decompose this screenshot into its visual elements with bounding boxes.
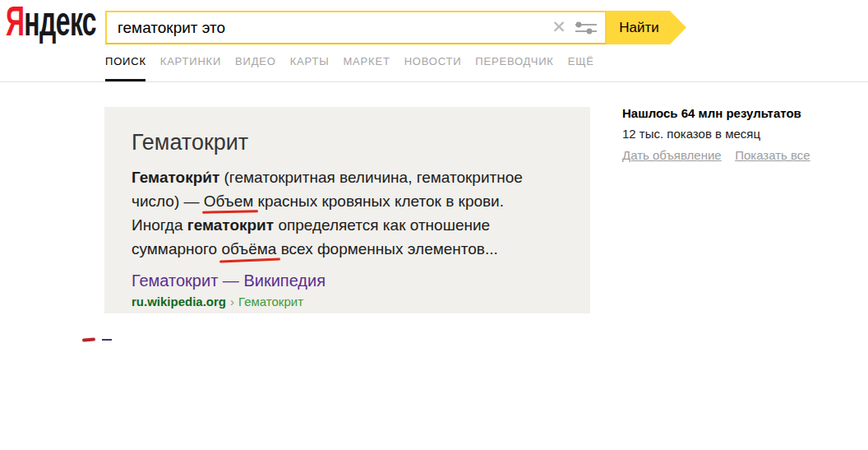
- service-tabs: ПОИСК КАРТИНКИ ВИДЕО КАРТЫ МАРКЕТ НОВОСТ…: [105, 55, 608, 67]
- tab-maps[interactable]: КАРТЫ: [290, 55, 330, 67]
- clear-query-icon[interactable]: ✕: [548, 16, 570, 38]
- breadcrumb: ru.wikipedia.org›Гематокрит: [132, 295, 557, 309]
- place-ad-link[interactable]: Дать объявление: [622, 148, 722, 162]
- cutoff-fragment-red: [82, 337, 95, 341]
- yandex-serp-page: Яндекс ✕ Найти ПОИСК КАРТИНКИ ВИДЕО КАРТ…: [0, 0, 868, 450]
- stats-links-row: Дать объявление Показать все: [622, 148, 852, 163]
- impressions-per-month: 12 тыс. показов в месяц: [622, 127, 852, 141]
- tab-more[interactable]: ЕЩЁ: [568, 55, 594, 67]
- tab-translate[interactable]: ПЕРЕВОДЧИК: [475, 55, 553, 67]
- search-button[interactable]: Найти: [607, 11, 686, 44]
- card-title: Гематокрит: [132, 129, 557, 155]
- search-stats-sidebar: Нашлось 64 млн результатов 12 тыс. показ…: [622, 106, 852, 163]
- sliders-icon-svg: [575, 20, 598, 36]
- desc-spellchecked-word: Объем: [204, 193, 254, 210]
- object-answer-card: Гематокрит Гематокри́т (гематокритная ве…: [104, 107, 590, 313]
- desc-term-bold: гематокрит: [187, 216, 274, 234]
- logo-rest-letters: ндекс: [24, 0, 96, 44]
- cutoff-fragment-dark: [102, 339, 112, 341]
- breadcrumb-path[interactable]: Гематокрит: [238, 295, 303, 309]
- wikipedia-result-link[interactable]: Гематокрит — Википедия: [132, 271, 326, 290]
- header-divider: [0, 81, 868, 82]
- desc-term-bold: Гематокри́т: [132, 169, 219, 186]
- search-input[interactable]: [105, 11, 607, 44]
- tab-news[interactable]: НОВОСТИ: [404, 55, 462, 67]
- tab-market[interactable]: МАРКЕТ: [343, 55, 390, 67]
- tab-search[interactable]: ПОИСК: [105, 55, 146, 67]
- results-count: Нашлось 64 млн результатов: [622, 106, 852, 120]
- breadcrumb-domain[interactable]: ru.wikipedia.org: [132, 295, 226, 309]
- tab-images[interactable]: КАРТИНКИ: [160, 55, 221, 67]
- tab-video[interactable]: ВИДЕО: [235, 55, 276, 67]
- search-settings-sliders-icon[interactable]: [575, 20, 598, 36]
- desc-spellchecked-word: объёма: [221, 240, 276, 257]
- breadcrumb-separator-icon: ›: [230, 295, 234, 309]
- logo-letter-ya: Я: [6, 0, 24, 44]
- desc-segment: всех форменных элементов...: [276, 240, 497, 257]
- show-all-link[interactable]: Показать все: [735, 148, 810, 162]
- yandex-logo[interactable]: Яндекс: [6, 1, 96, 42]
- card-description: Гематокри́т (гематокритная величина, гем…: [132, 165, 547, 261]
